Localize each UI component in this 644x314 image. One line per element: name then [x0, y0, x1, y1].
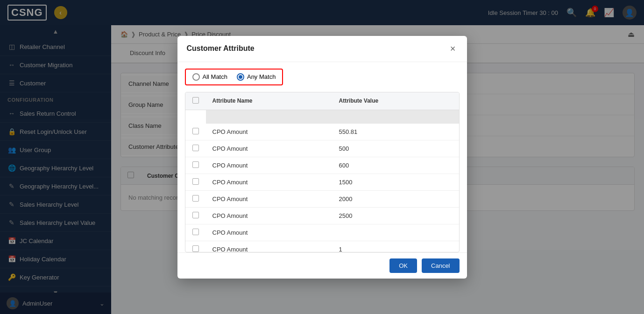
attr-col-checkbox	[185, 92, 206, 110]
any-match-radio[interactable]	[237, 73, 244, 81]
attr-filter-checkbox-cell	[185, 110, 206, 124]
customer-attribute-modal: Customer Attribute × All Match Any Match	[177, 36, 467, 279]
attr-row-name: CPO Amount	[206, 191, 333, 208]
modal-header: Customer Attribute ×	[177, 36, 467, 62]
modal-cancel-button[interactable]: Cancel	[422, 258, 459, 273]
match-options: All Match Any Match	[185, 69, 283, 85]
attr-row-name: CPO Amount	[206, 208, 333, 224]
attr-row-checkbox-3[interactable]	[192, 178, 199, 185]
modal-close-button[interactable]: ×	[448, 43, 458, 54]
attr-row-value: 2500	[333, 208, 459, 224]
attr-row-value: 1500	[333, 174, 459, 191]
attr-row-checkbox-cell	[185, 140, 206, 157]
attr-row-value	[333, 224, 459, 241]
attr-row-name: CPO Amount	[206, 224, 333, 241]
modal-footer: OK Cancel	[177, 252, 467, 279]
attr-row-checkbox-cell	[185, 208, 206, 224]
attr-select-all-checkbox[interactable]	[192, 97, 199, 104]
attr-row-checkbox-1[interactable]	[192, 145, 199, 151]
attr-row-value: 1	[333, 241, 459, 252]
attr-row-checkbox-cell	[185, 241, 206, 252]
attr-row-value: 2000	[333, 191, 459, 208]
attr-row-checkbox-2[interactable]	[192, 161, 199, 168]
all-match-radio[interactable]	[192, 73, 200, 81]
attr-col-name-header: Attribute Name	[206, 92, 333, 110]
attr-table-row: CPO Amount 600	[185, 157, 459, 174]
attr-col-value-header: Attribute Value	[333, 92, 459, 110]
attribute-table: Attribute Name Attribute Value	[185, 92, 459, 252]
attr-row-name: CPO Amount	[206, 124, 333, 140]
attr-row-checkbox-4[interactable]	[192, 195, 199, 202]
attr-row-checkbox-cell	[185, 224, 206, 241]
attr-table-row: CPO Amount 500	[185, 140, 459, 157]
attr-table-row: CPO Amount 1	[185, 241, 459, 252]
all-match-option[interactable]: All Match	[192, 73, 227, 81]
all-match-label: All Match	[203, 73, 227, 80]
attr-table-row: CPO Amount	[185, 224, 459, 241]
attr-table-row: CPO Amount 1500	[185, 174, 459, 191]
attr-row-checkbox-0[interactable]	[192, 128, 199, 134]
attr-value-search-cell	[333, 110, 459, 124]
attr-row-value: 600	[333, 157, 459, 174]
attr-row-checkbox-5[interactable]	[192, 212, 199, 218]
attr-name-search-input[interactable]	[206, 113, 333, 120]
attribute-table-container: Attribute Name Attribute Value	[185, 92, 460, 252]
attr-table-row: CPO Amount 2500	[185, 208, 459, 224]
attr-row-name: CPO Amount	[206, 241, 333, 252]
attr-value-search-input[interactable]	[333, 113, 459, 120]
modal-overlay[interactable]: Customer Attribute × All Match Any Match	[0, 0, 644, 314]
attr-row-checkbox-6[interactable]	[192, 229, 199, 235]
any-match-label: Any Match	[247, 73, 276, 80]
attr-table-row: CPO Amount 550.81	[185, 124, 459, 140]
attr-row-name: CPO Amount	[206, 174, 333, 191]
attr-table-row: CPO Amount 2000	[185, 191, 459, 208]
modal-ok-button[interactable]: OK	[389, 258, 417, 273]
attr-row-name: CPO Amount	[206, 157, 333, 174]
attr-row-name: CPO Amount	[206, 140, 333, 157]
attr-row-checkbox-cell	[185, 124, 206, 140]
attr-row-checkbox-cell	[185, 191, 206, 208]
attr-row-checkbox-7[interactable]	[192, 245, 199, 252]
attr-row-value: 550.81	[333, 124, 459, 140]
attr-name-search-cell	[206, 110, 333, 124]
any-match-option[interactable]: Any Match	[237, 73, 276, 81]
attr-row-checkbox-cell	[185, 174, 206, 191]
attr-row-checkbox-cell	[185, 157, 206, 174]
modal-title: Customer Attribute	[187, 44, 255, 53]
attr-row-value: 500	[333, 140, 459, 157]
any-match-radio-fill	[239, 75, 242, 79]
modal-body: All Match Any Match	[177, 62, 467, 252]
